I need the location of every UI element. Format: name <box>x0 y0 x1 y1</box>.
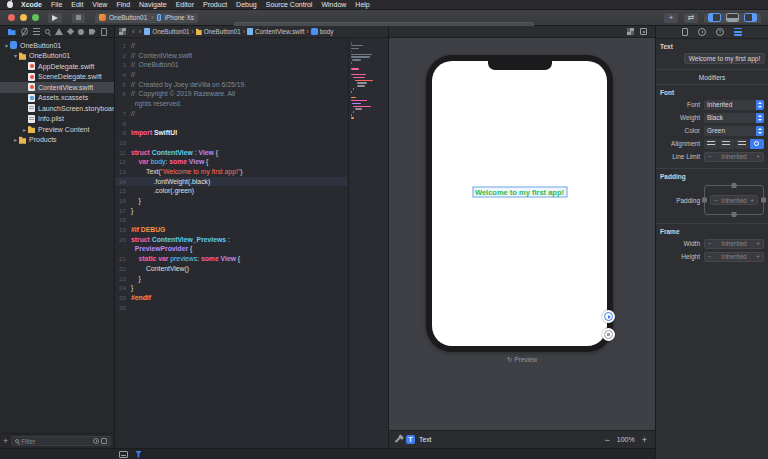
file-row-preview-content[interactable]: ▸Preview Content <box>0 124 114 135</box>
file-row-assets-xcassets[interactable]: Assets.xcassets <box>0 93 114 104</box>
forward-button[interactable]: › <box>139 27 142 36</box>
align-right-button[interactable] <box>735 139 749 149</box>
project-navigator-icon[interactable] <box>8 28 16 35</box>
breakpoints-navigator-icon[interactable] <box>89 29 96 35</box>
menu-view[interactable]: View <box>92 1 107 8</box>
code-line-10[interactable]: 10 <box>115 138 347 148</box>
filter-field[interactable]: Filter <box>11 436 111 446</box>
height-stepper[interactable]: − Inherited + <box>704 252 764 262</box>
weight-popup[interactable]: Black <box>704 113 764 123</box>
code-line-22[interactable]: 22 ContentView() <box>115 264 347 274</box>
menu-xcode[interactable]: Xcode <box>21 1 42 8</box>
pin-preview-icon[interactable] <box>395 436 401 442</box>
menu-product[interactable]: Product <box>203 1 227 8</box>
menu-help[interactable]: Help <box>355 1 369 8</box>
breadcrumb-onebutton01[interactable]: OneButton01 <box>196 28 241 35</box>
related-items-icon[interactable] <box>119 28 126 35</box>
code-line-18[interactable]: 18 <box>115 215 347 225</box>
file-row-products[interactable]: ▸Products <box>0 135 114 146</box>
code-line-24[interactable]: 24} <box>115 283 347 293</box>
file-row-contentview-swift[interactable]: ContentView.swift <box>0 82 114 93</box>
preview-text-view[interactable]: Welcome to my first app! <box>472 187 567 198</box>
issues-navigator-icon[interactable] <box>55 28 63 35</box>
search-navigator-icon[interactable] <box>45 29 50 34</box>
breadcrumb-contentview-swift[interactable]: ContentView.swift <box>247 28 305 35</box>
menu-edit[interactable]: Edit <box>71 1 83 8</box>
decrement-button[interactable]: − <box>705 253 715 260</box>
zoom-window-button[interactable] <box>32 14 39 21</box>
code-line-wrap[interactable]: PreviewProvider { <box>115 244 347 254</box>
reports-navigator-icon[interactable] <box>101 28 107 36</box>
source-control-status-icon[interactable] <box>101 438 107 444</box>
code-line-26[interactable]: 26 <box>115 303 347 313</box>
file-row-onebutton01[interactable]: ▾OneButton01 <box>0 40 114 51</box>
code-line-15[interactable]: 15 .color(.green) <box>115 186 347 196</box>
code-line-17[interactable]: 17} <box>115 206 347 216</box>
code-line-wrap[interactable]: rights reserved. <box>115 99 347 109</box>
library-add-button[interactable]: + <box>663 12 679 24</box>
menu-window[interactable]: Window <box>321 1 346 8</box>
canvas-layout-icon[interactable] <box>627 28 634 35</box>
increment-button[interactable]: + <box>753 240 763 247</box>
disclosure-icon[interactable]: ▾ <box>3 42 10 49</box>
refresh-icon[interactable]: ↻ <box>507 356 512 364</box>
scheme-selector[interactable]: OneButton01 › iPhone Xs <box>94 12 199 24</box>
color-popup[interactable]: Green <box>704 126 764 136</box>
minimize-window-button[interactable] <box>20 14 27 21</box>
code-line-3[interactable]: 3// OneButton01 <box>115 60 347 70</box>
increment-button[interactable]: + <box>753 253 763 260</box>
back-button[interactable]: ‹ <box>132 27 135 36</box>
padding-right-checkbox[interactable] <box>761 198 766 203</box>
menu-editor[interactable]: Editor <box>176 1 194 8</box>
attributes-inspector-icon[interactable] <box>734 28 742 36</box>
width-stepper[interactable]: − Inherited + <box>704 239 764 249</box>
code-line-19[interactable]: 19#if DEBUG <box>115 225 347 235</box>
preview-on-device-button[interactable] <box>602 328 615 341</box>
close-window-button[interactable] <box>8 14 15 21</box>
breadcrumb-onebutton01[interactable]: OneButton01 <box>144 28 189 35</box>
console-toggle-icon[interactable] <box>119 451 128 458</box>
code-editor-area[interactable]: 1//2// ContentView.swift3// OneButton014… <box>115 38 388 448</box>
breadcrumb-body[interactable]: body <box>311 28 334 35</box>
code-line-23[interactable]: 23 } <box>115 274 347 284</box>
disclosure-icon[interactable]: ▸ <box>12 136 19 143</box>
disclosure-icon[interactable]: ▸ <box>21 126 28 133</box>
file-row-appdelegate-swift[interactable]: AppDelegate.swift <box>0 61 114 72</box>
font-popup[interactable]: Inherited <box>704 100 764 110</box>
zoom-level[interactable]: 100% <box>617 436 635 443</box>
padding-left-checkbox[interactable] <box>702 198 707 203</box>
file-row-info-plist[interactable]: Info.plist <box>0 114 114 125</box>
file-row-launchscreen-storyboard[interactable]: LaunchScreen.storyboard <box>0 103 114 114</box>
zoom-out-button[interactable]: − <box>605 435 610 445</box>
disclosure-icon[interactable]: ▾ <box>12 52 19 59</box>
code-line-8[interactable]: 8 <box>115 119 347 129</box>
file-inspector-icon[interactable] <box>682 28 688 36</box>
minimap[interactable] <box>348 38 388 448</box>
code-line-20[interactable]: 20struct ContentView_Previews : <box>115 235 347 245</box>
filter-console-icon[interactable] <box>135 451 142 458</box>
tests-navigator-icon[interactable] <box>66 28 73 35</box>
editor-options-button[interactable]: ⇄ <box>683 12 699 24</box>
padding-stepper[interactable]: − Inherited + <box>710 195 758 205</box>
code-line-9[interactable]: 9import SwiftUI <box>115 128 347 138</box>
quick-help-inspector-icon[interactable]: ? <box>716 28 724 36</box>
menu-navigate[interactable]: Navigate <box>139 1 167 8</box>
code-line-7[interactable]: 7// <box>115 109 347 119</box>
live-preview-button[interactable] <box>602 310 615 323</box>
canvas-device-settings-icon[interactable] <box>640 28 647 35</box>
decrement-button[interactable]: − <box>705 153 715 160</box>
file-row-scenedelegate-swift[interactable]: SceneDelegate.swift <box>0 72 114 83</box>
stop-button[interactable] <box>71 12 86 24</box>
code-line-21[interactable]: 21 static var previews: some View { <box>115 254 347 264</box>
iphone-screen[interactable]: Welcome to my first app! <box>432 61 607 346</box>
run-button[interactable] <box>47 12 63 24</box>
decrement-button[interactable]: − <box>705 240 715 247</box>
file-row-onebutton01[interactable]: ▾OneButton01 <box>0 51 114 62</box>
code-line-13[interactable]: 13 Text("Welcome to my first app!") <box>115 167 347 177</box>
align-left-button[interactable] <box>704 139 718 149</box>
padding-bottom-checkbox[interactable] <box>732 212 737 217</box>
code-line-5[interactable]: 5// Created by Joey deVilla on 6/25/19. <box>115 80 347 90</box>
toggle-navigator-button[interactable] <box>708 13 721 22</box>
increment-button[interactable]: + <box>753 153 763 160</box>
apple-icon[interactable] <box>7 1 13 8</box>
